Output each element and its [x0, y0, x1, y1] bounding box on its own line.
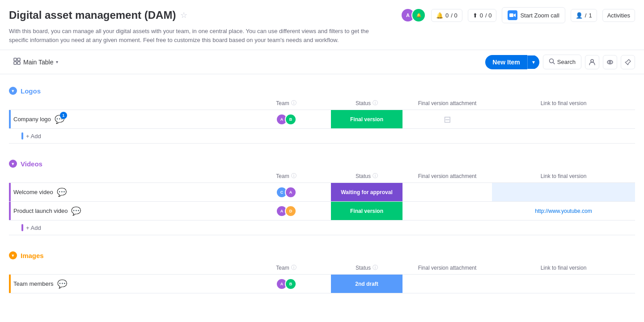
people-btn[interactable]: 👤 / 1 — [571, 9, 597, 22]
images-col-link: Link to final version — [492, 265, 635, 271]
logos-row-0-name: Company logo 💬 1 — [11, 110, 242, 128]
notification-badge: 1 — [60, 112, 67, 119]
videos-row-0-status[interactable]: Waiting for approval — [331, 183, 402, 201]
main-table-label: Main Table — [23, 59, 53, 66]
videos-row-1-attachment — [402, 202, 492, 220]
group-logos-title[interactable]: Logos — [21, 87, 41, 95]
videos-row-0-team[interactable]: C A — [242, 183, 331, 201]
group-images-title[interactable]: Images — [21, 252, 44, 259]
updates-btn[interactable]: ⬆ 0 / 0 — [468, 9, 497, 22]
svg-rect-2 — [17, 58, 20, 61]
link-anchor[interactable]: http://www.youtube.com — [535, 208, 592, 214]
add-row-label: + Add — [26, 225, 41, 231]
status-badge[interactable]: Final version — [331, 110, 402, 128]
group-videos-collapse[interactable]: ▾ — [9, 160, 17, 168]
images-row-0-status[interactable]: 2nd draft — [331, 275, 402, 293]
videos-add-row[interactable]: + Add — [9, 220, 635, 235]
group-videos-title[interactable]: Videos — [21, 160, 42, 168]
avatar-group-row: A D — [276, 205, 297, 217]
notifications-btn[interactable]: 🔔 0 / 0 — [431, 9, 462, 22]
group-logos: ▾ Logos Team ⓘ Status ⓘ Final version at… — [9, 87, 635, 144]
videos-col-team: Team ⓘ — [242, 172, 331, 180]
content: ▾ Logos Team ⓘ Status ⓘ Final version at… — [0, 87, 644, 293]
videos-row-1-team[interactable]: A D — [242, 202, 331, 220]
header-right: A 🔔 🔔 0 / 0 ⬆ 0 / 0 Start — [401, 7, 635, 23]
avatar-2: 🔔 — [411, 8, 426, 22]
videos-row-1-status[interactable]: Final version — [331, 202, 402, 220]
images-col-status: Status ⓘ — [331, 264, 402, 271]
eye-icon-btn[interactable] — [603, 55, 617, 69]
activity-label: Activities — [607, 12, 630, 19]
pin-icon-btn[interactable] — [621, 55, 635, 69]
logos-add-row[interactable]: + Add — [9, 129, 635, 144]
new-item-btn[interactable]: New Item ▾ — [485, 55, 539, 69]
logos-col-attachment: Final version attachment — [402, 100, 492, 106]
group-logos-collapse[interactable]: ▾ — [9, 87, 17, 95]
status-info-icon-v[interactable]: ⓘ — [373, 172, 378, 180]
logos-row-0-status[interactable]: Final version — [331, 110, 402, 128]
logos-row-0-attachment[interactable]: ⊟ — [402, 110, 492, 128]
status-badge[interactable]: 2nd draft — [331, 275, 402, 293]
svg-point-7 — [591, 59, 593, 62]
search-label: Search — [557, 59, 576, 65]
videos-col-attachment: Final version attachment — [402, 173, 492, 179]
svg-point-8 — [607, 60, 613, 64]
toolbar-left: Main Table ▾ — [9, 55, 63, 69]
new-item-main-btn[interactable]: New Item — [485, 55, 527, 69]
videos-row-0-attachment — [402, 183, 492, 201]
group-videos: ▾ Videos Team ⓘ Status ⓘ Final version a… — [9, 160, 635, 235]
zoom-label: Start Zoom call — [520, 12, 559, 19]
person-icon-btn[interactable] — [585, 55, 599, 69]
images-row-0: Team members 💬 A B 2nd draft — [9, 275, 635, 293]
team-info-icon[interactable]: ⓘ — [291, 99, 297, 107]
logos-col-status: Status ⓘ — [331, 99, 402, 107]
videos-table: Team ⓘ Status ⓘ Final version attachment… — [9, 168, 635, 235]
svg-rect-4 — [17, 62, 20, 64]
videos-row-1-link[interactable]: http://www.youtube.com — [492, 202, 635, 220]
avatar-group-row: C A — [276, 186, 297, 198]
board-description: With this board, you can manage all your… — [9, 27, 376, 50]
group-images-collapse[interactable]: ▾ — [9, 251, 17, 259]
toolbar: Main Table ▾ New Item ▾ Search — [0, 50, 644, 74]
status-badge[interactable]: Final version — [331, 202, 402, 220]
notification-icon: 🔔 — [436, 12, 443, 19]
images-table: Team ⓘ Status ⓘ Final version attachment… — [9, 259, 635, 293]
row-name-text: Product launch video — [13, 208, 68, 214]
group-images-header: ▾ Images — [9, 251, 635, 259]
new-item-dropdown-btn[interactable]: ▾ — [527, 55, 539, 69]
logos-col-link: Link to final version — [492, 100, 635, 106]
images-row-0-team[interactable]: A B — [242, 275, 331, 293]
chat-icon[interactable]: 💬 — [71, 206, 81, 216]
images-row-0-name: Team members 💬 — [11, 275, 242, 293]
logos-table: Team ⓘ Status ⓘ Final version attachment… — [9, 95, 635, 144]
videos-row-0-link — [492, 183, 635, 201]
status-badge[interactable]: Waiting for approval — [331, 183, 402, 201]
images-col-team: Team ⓘ — [242, 264, 331, 271]
notification-wrapper: 💬 1 — [55, 114, 64, 124]
svg-line-6 — [553, 63, 555, 64]
status-info-icon-i[interactable]: ⓘ — [373, 264, 378, 271]
updates-count: 0 — [480, 12, 483, 19]
team-info-icon-v[interactable]: ⓘ — [291, 172, 297, 180]
search-btn[interactable]: Search — [543, 55, 581, 69]
search-icon — [549, 58, 555, 66]
board-title: Digital asset management (DAM) — [9, 9, 176, 21]
link-highlight[interactable] — [492, 183, 635, 201]
avatar-group[interactable]: A 🔔 — [401, 8, 426, 22]
chat-icon[interactable]: 💬 — [57, 279, 67, 289]
images-table-header: Team ⓘ Status ⓘ Final version attachment… — [9, 261, 635, 275]
zoom-btn[interactable]: Start Zoom call — [502, 7, 565, 23]
team-info-icon-i[interactable]: ⓘ — [291, 264, 297, 271]
add-row-label: + Add — [26, 133, 41, 140]
images-row-0-link — [492, 275, 635, 293]
people-count: 1 — [589, 12, 592, 19]
chat-icon[interactable]: 💬 — [57, 187, 67, 197]
videos-table-header: Team ⓘ Status ⓘ Final version attachment… — [9, 169, 635, 183]
status-info-icon[interactable]: ⓘ — [373, 99, 378, 107]
updates-icon: ⬆ — [473, 12, 478, 19]
svg-point-9 — [609, 61, 611, 63]
main-table-btn[interactable]: Main Table ▾ — [9, 55, 63, 69]
star-icon[interactable]: ☆ — [180, 10, 187, 20]
activity-btn[interactable]: Activities — [602, 9, 635, 22]
logos-row-0-team[interactable]: A B — [242, 110, 331, 128]
